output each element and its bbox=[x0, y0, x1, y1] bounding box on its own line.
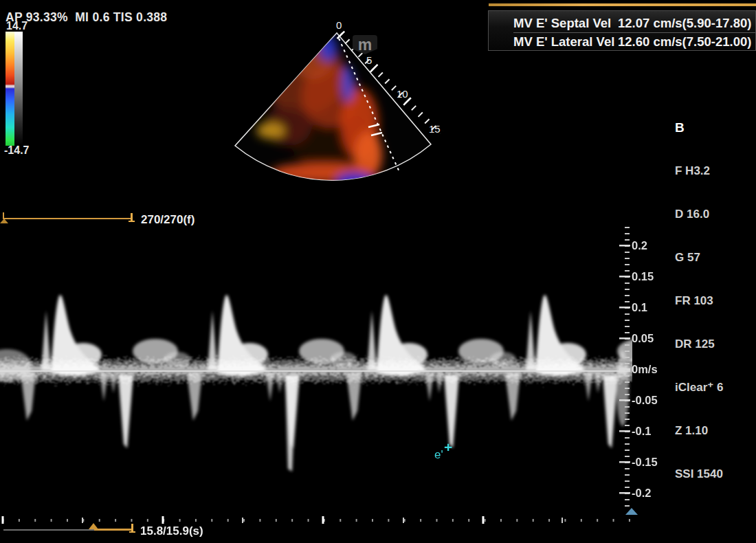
cine-frame-counter: 270/270(f) bbox=[141, 213, 194, 227]
time-scrollbar-track[interactable] bbox=[3, 529, 94, 531]
ultrasound-sector-image bbox=[227, 15, 454, 201]
measurement-results-panel: MV E' Septal Vel 12.07 cm/s(5.90-17.80) … bbox=[488, 10, 756, 51]
measurement-row: MV E' Lateral Vel 12.60 cm/s(7.50-21.00) bbox=[513, 32, 755, 50]
measurement-label: MV E' Lateral Vel bbox=[513, 34, 618, 49]
velocity-axis-label: 0.05 bbox=[632, 332, 654, 345]
colorbar-max-label: 14.7 bbox=[6, 20, 27, 32]
depth-label: 15 bbox=[429, 123, 441, 135]
velocity-axis-label: -0.15 bbox=[632, 456, 658, 469]
spectral-doppler-trace bbox=[0, 227, 632, 516]
param-line: SSI 1540 bbox=[675, 467, 756, 481]
param-line: Z 1.10 bbox=[675, 423, 756, 438]
color-doppler-scale-bar bbox=[5, 32, 14, 146]
velocity-axis-zero-label: 0m/s bbox=[632, 363, 658, 376]
velocity-axis-label: 0.1 bbox=[632, 301, 647, 314]
time-scrollbar-range[interactable] bbox=[94, 529, 132, 531]
grayscale-bar bbox=[14, 32, 23, 146]
time-scrollbar-thumb-icon[interactable] bbox=[89, 523, 98, 529]
velocity-axis-label: 0.2 bbox=[632, 239, 647, 252]
colorbar-min-label: -14.7 bbox=[4, 144, 29, 157]
depth-label: 0 bbox=[336, 19, 342, 31]
section-title: B bbox=[675, 120, 756, 135]
param-line: D 16.0 bbox=[675, 207, 756, 221]
baseline-indicator-icon[interactable] bbox=[625, 508, 638, 515]
depth-label: 10 bbox=[397, 88, 408, 100]
doppler-baseline bbox=[0, 370, 630, 372]
param-line: F H3.2 bbox=[675, 164, 756, 178]
eprime-cross-icon[interactable]: + bbox=[444, 440, 452, 454]
cine-scrollbar-position-marker[interactable] bbox=[129, 221, 135, 222]
measurement-label: MV E' Septal Vel bbox=[513, 16, 618, 31]
velocity-axis-label: -0.2 bbox=[632, 487, 651, 500]
cine-scrollbar-left-marker-icon[interactable] bbox=[0, 219, 8, 223]
measurement-row: MV E' Septal Vel 12.07 cm/s(5.90-17.80) bbox=[513, 14, 755, 32]
time-counter: 15.8/15.9(s) bbox=[140, 524, 203, 538]
param-line: iClear⁺ 6 bbox=[675, 380, 756, 395]
bmode-params-section: B F H3.2 D 16.0 G 57 FR 103 DR 125 iClea… bbox=[675, 91, 756, 510]
measurement-value: 12.60 cm/s(7.50-21.00) bbox=[618, 34, 751, 49]
velocity-axis-label: -0.1 bbox=[632, 425, 651, 438]
time-scrollbar-end-marker[interactable] bbox=[129, 531, 135, 533]
accent-line bbox=[489, 3, 756, 6]
depth-label: 5 bbox=[366, 54, 372, 66]
param-line: FR 103 bbox=[675, 293, 756, 308]
measurement-value: 12.07 cm/s(5.90-17.80) bbox=[618, 16, 751, 31]
param-line: DR 125 bbox=[675, 337, 756, 351]
param-line: G 57 bbox=[675, 250, 756, 265]
velocity-axis-label: -0.05 bbox=[632, 394, 658, 407]
velocity-axis-label: 0.15 bbox=[632, 270, 654, 283]
cine-scrollbar[interactable] bbox=[3, 218, 133, 219]
imaging-parameters-panel: B F H3.2 D 16.0 G 57 FR 103 DR 125 iClea… bbox=[675, 63, 756, 543]
acoustic-power-status-text: AP 93.33% MI 0.6 TIS 0.388 bbox=[5, 10, 167, 25]
eprime-marker-label: e' bbox=[434, 449, 443, 461]
